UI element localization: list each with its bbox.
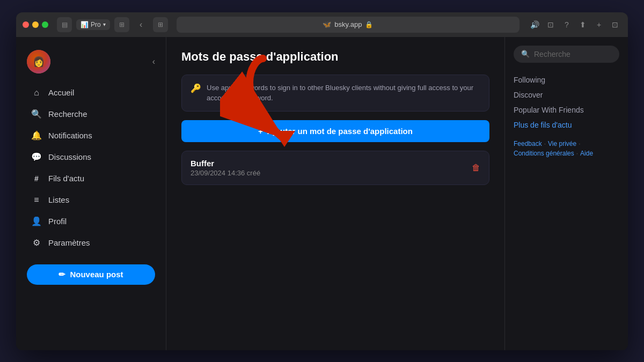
nav-buttons: ‹ — [134, 17, 149, 32]
chat-icon: 💬 — [31, 152, 42, 162]
minimize-button[interactable] — [32, 21, 39, 28]
extensions-icon[interactable]: ⊞ — [114, 17, 129, 32]
pro-label: Pro — [91, 21, 101, 28]
avatar-image: 👩 — [27, 50, 50, 73]
browser-window: ▤ 📊 Pro ▾ ⊞ ‹ ⊞ 🦋 bsky.app 🔒 🔊 ⊡ ? ⬆ + ⊡ — [16, 12, 628, 350]
main-wrapper: Mots de passe d'application 🔑 Use app pa… — [166, 37, 504, 350]
share-icon[interactable]: ⬆ — [576, 18, 589, 31]
sidebar-item-discussions[interactable]: 💬 Discussions — [20, 146, 162, 168]
password-item-info: Buffer 23/09/2024 14:36 créé — [191, 159, 260, 177]
sidebar-item-fils[interactable]: # Fils d'actu — [20, 168, 162, 189]
delete-password-button[interactable]: 🗑 — [472, 163, 480, 173]
sidebar-label-parametres: Paramètres — [48, 238, 90, 247]
gear-icon: ⚙ — [31, 238, 42, 248]
search-nav-icon: 🔍 — [31, 109, 42, 120]
sidebar-label-profil: Profil — [48, 217, 67, 226]
sidebar-label-listes: Listes — [48, 195, 69, 204]
new-post-label: Nouveau post — [70, 270, 123, 279]
search-placeholder: Recherche — [534, 50, 570, 58]
lock-icon: 🔒 — [365, 21, 373, 28]
sidebar-item-parametres[interactable]: ⚙ Paramètres — [20, 232, 162, 254]
sidebar-collapse-button[interactable]: ‹ — [152, 57, 155, 67]
sidebar-item-notifications[interactable]: 🔔 Notifications — [20, 125, 162, 146]
titlebar: ▤ 📊 Pro ▾ ⊞ ‹ ⊞ 🦋 bsky.app 🔒 🔊 ⊡ ? ⬆ + ⊡ — [16, 12, 628, 37]
footer-link-vie-privee[interactable]: Vie privée — [548, 140, 576, 147]
add-tab-icon[interactable]: + — [592, 18, 605, 31]
sidebar-label-recherche: Recherche — [48, 109, 87, 119]
avatar[interactable]: 👩 — [27, 50, 50, 73]
site-icon: 🦋 — [323, 20, 331, 28]
sidebar-item-accueil[interactable]: ⌂ Accueil — [20, 82, 162, 104]
footer-sep-2: · — [579, 140, 580, 147]
footer-link-aide[interactable]: Aide — [580, 150, 593, 157]
password-item: Buffer 23/09/2024 14:36 créé 🗑 — [181, 151, 489, 185]
sidebar-label-discussions: Discussions — [48, 152, 91, 161]
sidebar: 👩 ‹ ⌂ Accueil 🔍 Recherche 🔔 Notification… — [16, 37, 166, 350]
feed-link-following[interactable]: Following — [514, 73, 619, 86]
info-box: 🔑 Use app passwords to sign in to other … — [181, 75, 489, 112]
search-box[interactable]: 🔍 Recherche — [514, 46, 619, 63]
feed-links: Following Discover Popular With Friends … — [514, 73, 619, 131]
chart-icon: 📊 — [80, 21, 89, 28]
feed-link-discover[interactable]: Discover — [514, 88, 619, 101]
sidebar-label-fils: Fils d'actu — [48, 174, 84, 183]
close-button[interactable] — [23, 21, 29, 28]
feed-link-popular[interactable]: Popular With Friends — [514, 104, 619, 116]
footer-link-conditions[interactable]: Conditions générales — [514, 150, 574, 157]
info-text: Use app passwords to sign in to other Bl… — [207, 83, 480, 104]
sidebar-label-notifications: Notifications — [48, 131, 92, 140]
grid-nav-icon: # — [31, 173, 42, 184]
add-password-label: Ajouter un mot de passe d'application — [267, 127, 413, 136]
pencil-icon: ✏ — [58, 270, 65, 279]
tabs-icon[interactable]: ⊡ — [609, 18, 621, 31]
app-content: 👩 ‹ ⌂ Accueil 🔍 Recherche 🔔 Notification… — [16, 37, 628, 350]
page-title: Mots de passe d'application — [181, 50, 489, 64]
cast-icon[interactable]: ⊡ — [544, 18, 557, 31]
plus-icon: + — [258, 127, 263, 136]
footer-links: Feedback · Vie privée · Conditions génér… — [514, 140, 619, 157]
right-panel: 🔍 Recherche Following Discover Popular W… — [504, 37, 628, 350]
address-bar[interactable]: 🦋 bsky.app 🔒 — [177, 17, 519, 33]
password-date: 23/09/2024 14:36 créé — [191, 169, 260, 177]
password-name: Buffer — [191, 159, 260, 168]
question-icon[interactable]: ? — [560, 18, 573, 31]
grid-icon[interactable]: ⊞ — [153, 17, 168, 32]
sidebar-toggle-icon[interactable]: ▤ — [57, 17, 72, 32]
avatar-section: 👩 ‹ — [16, 46, 166, 82]
sidebar-item-listes[interactable]: ≡ Listes — [20, 189, 162, 211]
sidebar-item-recherche[interactable]: 🔍 Recherche — [20, 104, 162, 125]
footer-link-feedback[interactable]: Feedback — [514, 140, 542, 147]
sidebar-label-accueil: Accueil — [48, 88, 74, 97]
home-icon: ⌂ — [31, 87, 42, 98]
new-post-button[interactable]: ✏ Nouveau post — [27, 264, 155, 285]
url-text: bsky.app — [334, 20, 362, 28]
maximize-button[interactable] — [42, 21, 48, 28]
list-icon: ≡ — [31, 195, 42, 205]
sidebar-item-profil[interactable]: 👤 Profil — [20, 211, 162, 232]
add-password-button[interactable]: + Ajouter un mot de passe d'application — [181, 120, 489, 142]
search-icon: 🔍 — [521, 50, 530, 58]
key-icon: 🔑 — [191, 83, 201, 93]
footer-sep-1: · — [544, 140, 546, 147]
volume-icon[interactable]: 🔊 — [528, 18, 541, 31]
main-content: Mots de passe d'application 🔑 Use app pa… — [166, 37, 504, 350]
toolbar-right: 🔊 ⊡ ? ⬆ + ⊡ — [528, 18, 621, 31]
feed-link-plus[interactable]: Plus de fils d'actu — [514, 119, 619, 131]
person-icon: 👤 — [31, 216, 42, 227]
footer-sep-3: · — [576, 150, 578, 157]
traffic-lights — [23, 21, 48, 28]
pro-badge[interactable]: 📊 Pro ▾ — [76, 19, 110, 30]
bell-icon: 🔔 — [31, 130, 42, 141]
back-icon[interactable]: ‹ — [134, 17, 149, 32]
chevron-down-icon: ▾ — [103, 21, 106, 27]
